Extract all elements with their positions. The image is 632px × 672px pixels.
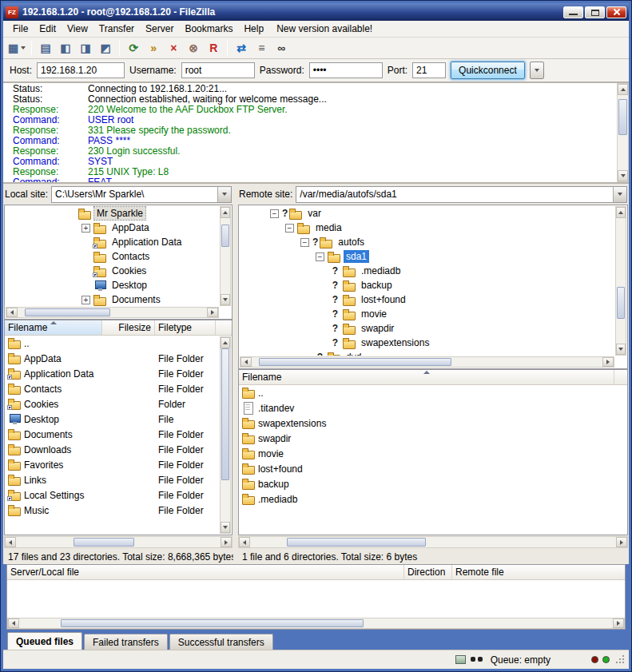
tree-item-backup[interactable]: ?backup	[240, 278, 614, 292]
scroll-up-button[interactable]	[221, 337, 230, 348]
remote-tree-vscrollbar[interactable]	[615, 206, 626, 356]
scroll-right-button[interactable]	[602, 357, 614, 367]
local-site-combo[interactable]: C:\Users\Mr Sparkle\	[51, 186, 232, 203]
tree-item-cookies[interactable]: Cookies	[6, 264, 219, 278]
password-input[interactable]	[309, 62, 383, 78]
scroll-left-button[interactable]	[6, 308, 18, 317]
scroll-down-button[interactable]	[616, 344, 626, 355]
find-files-icon[interactable]: ∞	[272, 39, 291, 57]
disconnect-icon[interactable]: ⊗	[184, 39, 203, 57]
local-list-vscrollbar[interactable]	[220, 336, 231, 534]
menu-edit[interactable]: Edit	[34, 21, 62, 37]
transfer-queue-body[interactable]	[7, 580, 625, 618]
tab-queued-files[interactable]: Queued files	[7, 632, 82, 650]
scroll-track[interactable]	[16, 537, 221, 547]
scroll-thumb[interactable]	[61, 619, 364, 627]
column-header-remote-file[interactable]: Remote file	[452, 565, 625, 579]
titlebar[interactable]: FZ 192.168.1.20 - root@192.168.1.20 - Fi…	[3, 3, 629, 21]
scroll-up-button[interactable]	[616, 207, 626, 218]
column-header-direction[interactable]: Direction	[404, 565, 452, 579]
file-row-application-data[interactable]: Application DataFile Folder	[5, 366, 232, 381]
scroll-thumb[interactable]	[617, 287, 625, 318]
tree-item-var[interactable]: −?var	[240, 206, 614, 221]
scroll-thumb[interactable]	[287, 538, 426, 547]
file-row-parent-dir[interactable]: ..	[5, 336, 232, 351]
reconnect-icon[interactable]: R	[204, 39, 223, 57]
local-file-list[interactable]: FilenameFilesizeFiletype ..AppDataFile F…	[4, 320, 233, 535]
remote-list-hscrollbar[interactable]	[238, 536, 628, 548]
menu-server[interactable]: Server	[140, 21, 179, 37]
scroll-track[interactable]	[221, 218, 230, 294]
host-input[interactable]	[37, 62, 125, 78]
tree-item-movie[interactable]: ?movie	[240, 307, 614, 321]
tree-item-sda1[interactable]: −sda1	[240, 249, 614, 264]
scroll-thumb[interactable]	[74, 538, 135, 547]
file-row-local-settings[interactable]: Local SettingsFile Folder	[5, 487, 232, 503]
remote-directory-tree[interactable]: −?var−media−?autofs−sda1?.mediadb?backup…	[238, 205, 628, 369]
toggle-message-log-icon[interactable]: ▤	[36, 39, 55, 57]
tree-item-mediadb[interactable]: ?.mediadb	[240, 264, 614, 278]
scroll-down-button[interactable]	[221, 294, 230, 305]
combo-dropdown-button[interactable]	[217, 187, 231, 202]
quickconnect-dropdown-button[interactable]	[530, 62, 544, 79]
scroll-thumb[interactable]	[25, 308, 110, 316]
tab-successful-transfers[interactable]: Successful transfers	[169, 634, 273, 650]
remote-file-list[interactable]: Filename ...titandevswapextensionsswapdi…	[238, 369, 628, 535]
collapse-icon[interactable]: −	[285, 224, 294, 233]
menu-help[interactable]: Help	[238, 21, 269, 37]
file-row-links[interactable]: LinksFile Folder	[5, 472, 232, 487]
column-header-filename[interactable]: Filename	[5, 320, 102, 335]
expand-icon[interactable]: +	[81, 224, 90, 233]
column-header-filetype[interactable]: Filetype	[155, 320, 216, 335]
scroll-up-button[interactable]	[221, 207, 230, 218]
username-input[interactable]	[181, 62, 255, 78]
tree-item-swapextensions[interactable]: ?swapextensions	[240, 336, 614, 350]
menu-view[interactable]: View	[62, 21, 93, 37]
process-queue-icon[interactable]: »	[144, 39, 163, 57]
scroll-track[interactable]	[18, 308, 207, 317]
scroll-track[interactable]	[616, 218, 626, 344]
file-row-backup[interactable]: backup	[239, 476, 627, 491]
queue-hscrollbar[interactable]	[7, 618, 625, 629]
new-version-notice[interactable]: New version available!	[272, 21, 377, 37]
resize-grip[interactable]	[614, 654, 625, 665]
scroll-right-button[interactable]	[616, 537, 627, 547]
local-list-hscrollbar[interactable]	[4, 536, 233, 548]
collapse-icon[interactable]: −	[300, 238, 309, 247]
tree-item-desktop[interactable]: Desktop	[6, 278, 219, 292]
local-tree-vscrollbar[interactable]	[220, 206, 231, 306]
file-row-titandev[interactable]: .titandev	[239, 400, 627, 416]
scroll-track[interactable]	[618, 95, 628, 170]
file-row-downloads[interactable]: DownloadsFile Folder	[5, 442, 232, 457]
toggle-remote-tree-icon[interactable]: ◨	[76, 39, 95, 57]
directory-comparison-icon[interactable]: ≡	[252, 39, 271, 57]
file-row-parent-dir[interactable]: ..	[239, 385, 627, 400]
column-header-filename[interactable]: Filename	[239, 370, 614, 384]
remote-tree-hscrollbar[interactable]	[240, 356, 614, 368]
scroll-left-button[interactable]	[5, 537, 16, 547]
scroll-thumb[interactable]	[259, 358, 451, 366]
tree-item-contacts[interactable]: Contacts	[6, 249, 219, 264]
scroll-down-button[interactable]	[221, 522, 230, 533]
scroll-track[interactable]	[221, 348, 230, 522]
close-button[interactable]	[606, 6, 626, 18]
scroll-thumb[interactable]	[221, 348, 229, 480]
tree-item-mr-sparkle[interactable]: Mr Sparkle	[6, 206, 219, 221]
maximize-button[interactable]	[585, 6, 605, 18]
file-row-movie[interactable]: movie	[239, 446, 627, 461]
cancel-icon[interactable]: ×	[164, 39, 183, 57]
toggle-local-tree-icon[interactable]: ◧	[56, 39, 75, 57]
tree-item-swapdir[interactable]: ?swapdir	[240, 321, 614, 336]
file-row-favorites[interactable]: FavoritesFile Folder	[5, 457, 232, 472]
file-row-swapextensions[interactable]: swapextensions	[239, 416, 627, 431]
file-row-music[interactable]: MusicFile Folder	[5, 503, 232, 518]
scroll-up-button[interactable]	[618, 84, 628, 95]
scroll-down-button[interactable]	[618, 170, 628, 181]
file-row-cookies[interactable]: CookiesFolder	[5, 396, 232, 412]
tree-item-documents[interactable]: +Documents	[6, 292, 219, 306]
site-manager-icon[interactable]: ▦	[6, 39, 27, 57]
tree-item-appdata[interactable]: +AppData	[6, 221, 219, 235]
tree-item-application-data[interactable]: Application Data	[6, 235, 219, 249]
scroll-track[interactable]	[252, 357, 602, 367]
scroll-right-button[interactable]	[221, 537, 232, 547]
